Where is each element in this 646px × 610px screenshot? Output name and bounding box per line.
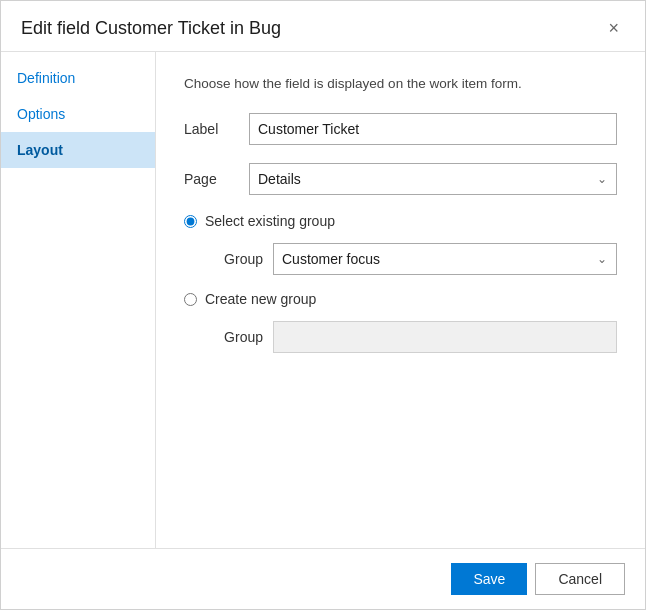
- existing-group-row: Group Customer focus Development Testing…: [208, 243, 617, 275]
- cancel-button[interactable]: Cancel: [535, 563, 625, 595]
- create-new-radio-row: Create new group: [184, 291, 617, 307]
- main-content: Choose how the field is displayed on the…: [156, 52, 645, 548]
- label-field-label: Label: [184, 121, 249, 137]
- existing-group-label: Group: [208, 251, 263, 267]
- dialog-title: Edit field Customer Ticket in Bug: [21, 18, 281, 39]
- group-select-wrapper: Customer focus Development Testing ⌄: [273, 243, 617, 275]
- select-existing-group-section: Select existing group Group Customer foc…: [184, 213, 617, 275]
- dialog-footer: Save Cancel: [1, 548, 645, 609]
- dialog-header: Edit field Customer Ticket in Bug ×: [1, 1, 645, 52]
- create-new-group-section: Create new group Group: [184, 291, 617, 353]
- page-row: Page Details Links History ⌄: [184, 163, 617, 195]
- description-text: Choose how the field is displayed on the…: [184, 76, 617, 91]
- page-select[interactable]: Details Links History: [249, 163, 617, 195]
- new-group-label: Group: [208, 329, 263, 345]
- sidebar-item-options[interactable]: Options: [1, 96, 155, 132]
- select-existing-label[interactable]: Select existing group: [205, 213, 335, 229]
- sidebar-item-layout[interactable]: Layout: [1, 132, 155, 168]
- create-new-radio[interactable]: [184, 293, 197, 306]
- label-row: Label: [184, 113, 617, 145]
- page-field-label: Page: [184, 171, 249, 187]
- new-group-row: Group: [208, 321, 617, 353]
- edit-field-dialog: Edit field Customer Ticket in Bug × Defi…: [0, 0, 646, 610]
- sidebar: Definition Options Layout: [1, 52, 156, 548]
- group-select[interactable]: Customer focus Development Testing: [273, 243, 617, 275]
- dialog-body: Definition Options Layout Choose how the…: [1, 52, 645, 548]
- close-button[interactable]: ×: [602, 17, 625, 39]
- select-existing-radio-row: Select existing group: [184, 213, 617, 229]
- sidebar-item-definition[interactable]: Definition: [1, 60, 155, 96]
- label-input[interactable]: [249, 113, 617, 145]
- create-new-label[interactable]: Create new group: [205, 291, 316, 307]
- select-existing-radio[interactable]: [184, 215, 197, 228]
- save-button[interactable]: Save: [451, 563, 527, 595]
- new-group-input[interactable]: [273, 321, 617, 353]
- page-select-wrapper: Details Links History ⌄: [249, 163, 617, 195]
